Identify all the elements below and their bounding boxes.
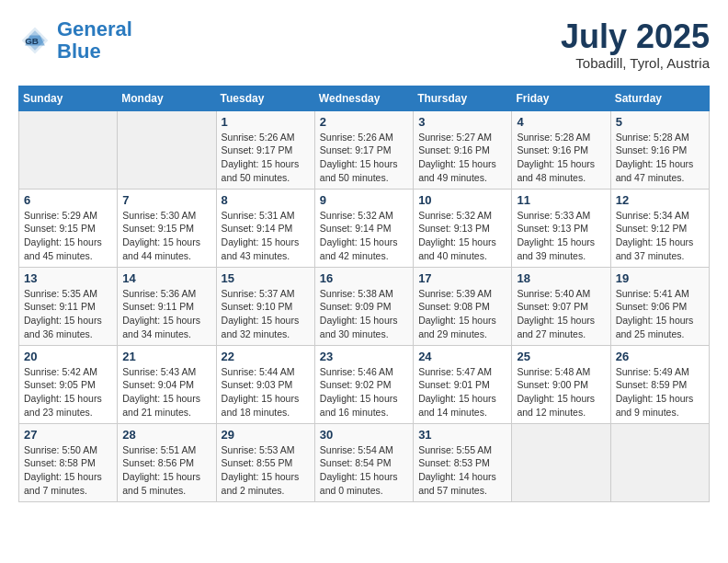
day-info: Sunrise: 5:44 AM Sunset: 9:03 PM Dayligh… xyxy=(222,365,310,419)
calendar-cell: 22Sunrise: 5:44 AM Sunset: 9:03 PM Dayli… xyxy=(216,345,314,423)
day-number: 11 xyxy=(517,193,605,207)
calendar-week-2: 6Sunrise: 5:29 AM Sunset: 9:15 PM Daylig… xyxy=(19,189,710,267)
day-info: Sunrise: 5:32 AM Sunset: 9:14 PM Dayligh… xyxy=(320,209,408,263)
day-info: Sunrise: 5:50 AM Sunset: 8:58 PM Dayligh… xyxy=(24,443,112,498)
day-number: 6 xyxy=(24,193,112,207)
day-info: Sunrise: 5:33 AM Sunset: 9:13 PM Dayligh… xyxy=(517,209,605,263)
day-info: Sunrise: 5:28 AM Sunset: 9:16 PM Dayligh… xyxy=(616,131,704,185)
calendar-cell: 25Sunrise: 5:48 AM Sunset: 9:00 PM Dayli… xyxy=(512,345,610,423)
calendar-cell: 15Sunrise: 5:37 AM Sunset: 9:10 PM Dayli… xyxy=(216,267,314,345)
calendar-cell: 16Sunrise: 5:38 AM Sunset: 9:09 PM Dayli… xyxy=(314,267,413,345)
day-info: Sunrise: 5:49 AM Sunset: 8:59 PM Dayligh… xyxy=(616,365,704,419)
day-number: 30 xyxy=(320,428,408,442)
day-info: Sunrise: 5:41 AM Sunset: 9:06 PM Dayligh… xyxy=(616,287,704,341)
day-number: 7 xyxy=(122,193,210,207)
day-number: 4 xyxy=(517,115,605,129)
calendar-cell: 2Sunrise: 5:26 AM Sunset: 9:17 PM Daylig… xyxy=(314,110,413,189)
day-info: Sunrise: 5:38 AM Sunset: 9:09 PM Dayligh… xyxy=(320,287,408,341)
calendar-cell xyxy=(610,423,709,501)
day-info: Sunrise: 5:39 AM Sunset: 9:08 PM Dayligh… xyxy=(418,287,506,341)
logo: GB General Blue xyxy=(18,18,132,63)
day-info: Sunrise: 5:47 AM Sunset: 9:01 PM Dayligh… xyxy=(418,365,506,419)
calendar-week-3: 13Sunrise: 5:35 AM Sunset: 9:11 PM Dayli… xyxy=(19,267,710,345)
calendar-cell: 11Sunrise: 5:33 AM Sunset: 9:13 PM Dayli… xyxy=(512,189,610,267)
day-number: 12 xyxy=(616,193,704,207)
day-number: 26 xyxy=(616,350,704,363)
weekday-header-row: SundayMondayTuesdayWednesdayThursdayFrid… xyxy=(19,86,710,110)
day-number: 13 xyxy=(24,271,112,285)
day-info: Sunrise: 5:40 AM Sunset: 9:07 PM Dayligh… xyxy=(517,287,605,341)
calendar-cell: 7Sunrise: 5:30 AM Sunset: 9:15 PM Daylig… xyxy=(118,189,216,267)
day-info: Sunrise: 5:30 AM Sunset: 9:15 PM Dayligh… xyxy=(122,209,210,263)
location: Tobadill, Tyrol, Austria xyxy=(561,55,710,71)
weekday-header-wednesday: Wednesday xyxy=(314,86,413,110)
logo-line2: Blue xyxy=(57,40,101,63)
calendar-table: SundayMondayTuesdayWednesdayThursdayFrid… xyxy=(18,86,710,502)
day-info: Sunrise: 5:51 AM Sunset: 8:56 PM Dayligh… xyxy=(122,443,210,498)
calendar-week-5: 27Sunrise: 5:50 AM Sunset: 8:58 PM Dayli… xyxy=(19,423,710,501)
day-number: 10 xyxy=(418,193,506,207)
calendar-cell: 23Sunrise: 5:46 AM Sunset: 9:02 PM Dayli… xyxy=(314,345,413,423)
calendar-cell: 26Sunrise: 5:49 AM Sunset: 8:59 PM Dayli… xyxy=(610,345,709,423)
day-number: 19 xyxy=(616,271,704,285)
day-number: 8 xyxy=(222,193,310,207)
calendar-cell: 18Sunrise: 5:40 AM Sunset: 9:07 PM Dayli… xyxy=(512,267,610,345)
day-info: Sunrise: 5:31 AM Sunset: 9:14 PM Dayligh… xyxy=(222,209,310,263)
day-info: Sunrise: 5:46 AM Sunset: 9:02 PM Dayligh… xyxy=(320,365,408,419)
day-number: 21 xyxy=(122,350,210,363)
calendar-cell xyxy=(118,110,216,189)
calendar-cell: 6Sunrise: 5:29 AM Sunset: 9:15 PM Daylig… xyxy=(19,189,118,267)
day-number: 31 xyxy=(418,428,506,442)
calendar-cell: 14Sunrise: 5:36 AM Sunset: 9:11 PM Dayli… xyxy=(118,267,216,345)
calendar-cell: 9Sunrise: 5:32 AM Sunset: 9:14 PM Daylig… xyxy=(314,189,413,267)
title-block: July 2025 Tobadill, Tyrol, Austria xyxy=(561,18,710,71)
day-info: Sunrise: 5:35 AM Sunset: 9:11 PM Dayligh… xyxy=(24,287,112,341)
day-number: 25 xyxy=(517,350,605,363)
calendar-cell: 17Sunrise: 5:39 AM Sunset: 9:08 PM Dayli… xyxy=(414,267,512,345)
weekday-header-saturday: Saturday xyxy=(610,86,709,110)
calendar-cell: 19Sunrise: 5:41 AM Sunset: 9:06 PM Dayli… xyxy=(610,267,709,345)
day-number: 24 xyxy=(418,350,506,363)
day-info: Sunrise: 5:27 AM Sunset: 9:16 PM Dayligh… xyxy=(418,131,506,185)
logo-line1: General xyxy=(57,17,132,40)
day-info: Sunrise: 5:28 AM Sunset: 9:16 PM Dayligh… xyxy=(517,131,605,185)
day-number: 27 xyxy=(24,428,112,442)
logo-text: General Blue xyxy=(57,18,132,63)
day-info: Sunrise: 5:53 AM Sunset: 8:55 PM Dayligh… xyxy=(222,443,310,498)
calendar-cell: 4Sunrise: 5:28 AM Sunset: 9:16 PM Daylig… xyxy=(512,110,610,189)
day-number: 22 xyxy=(222,350,310,363)
day-info: Sunrise: 5:34 AM Sunset: 9:12 PM Dayligh… xyxy=(616,209,704,263)
day-info: Sunrise: 5:26 AM Sunset: 9:17 PM Dayligh… xyxy=(222,131,310,185)
calendar-cell: 24Sunrise: 5:47 AM Sunset: 9:01 PM Dayli… xyxy=(414,345,512,423)
day-number: 15 xyxy=(222,271,310,285)
calendar-week-4: 20Sunrise: 5:42 AM Sunset: 9:05 PM Dayli… xyxy=(19,345,710,423)
day-number: 16 xyxy=(320,271,408,285)
logo-icon: GB xyxy=(18,24,51,57)
calendar-cell: 20Sunrise: 5:42 AM Sunset: 9:05 PM Dayli… xyxy=(19,345,118,423)
day-number: 28 xyxy=(122,428,210,442)
svg-text:GB: GB xyxy=(25,36,39,46)
calendar-body: 1Sunrise: 5:26 AM Sunset: 9:17 PM Daylig… xyxy=(19,110,710,501)
day-info: Sunrise: 5:29 AM Sunset: 9:15 PM Dayligh… xyxy=(24,209,112,263)
calendar-week-1: 1Sunrise: 5:26 AM Sunset: 9:17 PM Daylig… xyxy=(19,110,710,189)
page-header: GB General Blue July 2025 Tobadill, Tyro… xyxy=(18,18,710,71)
day-number: 18 xyxy=(517,271,605,285)
day-info: Sunrise: 5:43 AM Sunset: 9:04 PM Dayligh… xyxy=(122,365,210,419)
day-number: 5 xyxy=(616,115,704,129)
calendar-cell: 5Sunrise: 5:28 AM Sunset: 9:16 PM Daylig… xyxy=(610,110,709,189)
day-number: 1 xyxy=(222,115,310,129)
weekday-header-monday: Monday xyxy=(118,86,216,110)
day-info: Sunrise: 5:37 AM Sunset: 9:10 PM Dayligh… xyxy=(222,287,310,341)
day-info: Sunrise: 5:32 AM Sunset: 9:13 PM Dayligh… xyxy=(418,209,506,263)
calendar-cell: 12Sunrise: 5:34 AM Sunset: 9:12 PM Dayli… xyxy=(610,189,709,267)
day-info: Sunrise: 5:26 AM Sunset: 9:17 PM Dayligh… xyxy=(320,131,408,185)
day-number: 2 xyxy=(320,115,408,129)
calendar-cell xyxy=(19,110,118,189)
calendar-cell: 13Sunrise: 5:35 AM Sunset: 9:11 PM Dayli… xyxy=(19,267,118,345)
calendar-cell: 1Sunrise: 5:26 AM Sunset: 9:17 PM Daylig… xyxy=(216,110,314,189)
day-info: Sunrise: 5:42 AM Sunset: 9:05 PM Dayligh… xyxy=(24,365,112,419)
calendar-cell: 28Sunrise: 5:51 AM Sunset: 8:56 PM Dayli… xyxy=(118,423,216,501)
month-title: July 2025 xyxy=(561,18,710,55)
calendar-cell: 29Sunrise: 5:53 AM Sunset: 8:55 PM Dayli… xyxy=(216,423,314,501)
day-info: Sunrise: 5:55 AM Sunset: 8:53 PM Dayligh… xyxy=(418,443,506,498)
